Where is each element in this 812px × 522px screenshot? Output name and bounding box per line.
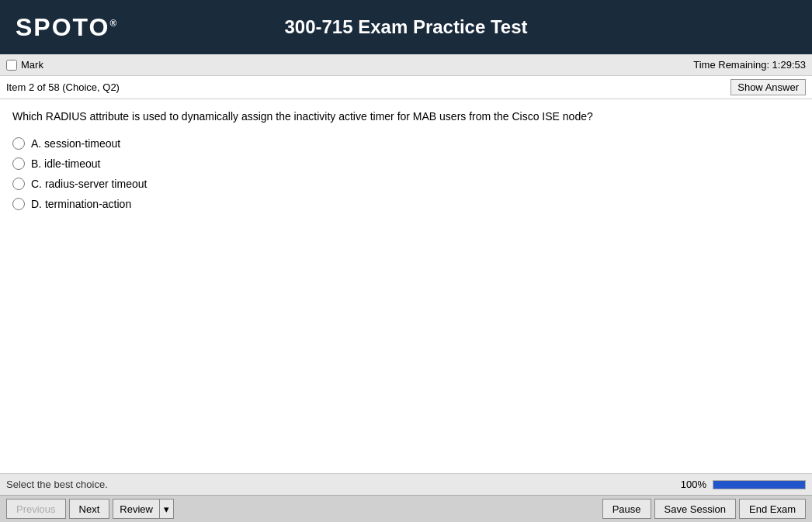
exam-title: 300-715 Exam Practice Test — [284, 16, 527, 38]
header: SPOTO® 300-715 Exam Practice Test — [0, 0, 812, 54]
option-c[interactable]: C. radius-server timeout — [12, 178, 800, 190]
main-content: Which RADIUS attribute is used to dynami… — [0, 99, 812, 473]
option-d-label[interactable]: D. termination-action — [31, 198, 131, 210]
option-b[interactable]: B. idle-timeout — [12, 157, 800, 170]
right-buttons: Pause Save Session End Exam — [602, 499, 806, 519]
end-exam-button[interactable]: End Exam — [739, 499, 806, 519]
logo: SPOTO® — [16, 13, 118, 42]
previous-button[interactable]: Previous — [6, 499, 66, 519]
item-info: Item 2 of 58 (Choice, Q2) — [6, 81, 120, 93]
progress-bar-fill — [713, 481, 805, 489]
option-a[interactable]: A. session-timeout — [12, 137, 800, 150]
mark-label[interactable]: Mark — [6, 59, 43, 71]
timer: Time Remaining: 1:29:53 — [693, 59, 806, 71]
bottom-nav: Previous Next Review ▾ Pause Save Sessio… — [0, 495, 812, 522]
option-a-label[interactable]: A. session-timeout — [31, 137, 120, 150]
show-answer-button[interactable]: Show Answer — [730, 79, 806, 95]
mark-checkbox[interactable] — [6, 60, 17, 71]
item-bar: Item 2 of 58 (Choice, Q2) Show Answer — [0, 76, 812, 99]
progress-bar-container — [713, 480, 806, 489]
status-bar: Select the best choice. 100% — [0, 473, 812, 495]
select-hint: Select the best choice. — [6, 479, 108, 490]
question-text: Which RADIUS attribute is used to dynami… — [12, 109, 800, 125]
radio-b[interactable] — [12, 157, 25, 170]
review-container: Review ▾ — [113, 499, 174, 519]
radio-a[interactable] — [12, 137, 25, 150]
progress-percentage: 100% — [681, 479, 706, 490]
option-d[interactable]: D. termination-action — [12, 198, 800, 210]
option-c-label[interactable]: C. radius-server timeout — [31, 178, 147, 190]
review-button[interactable]: Review — [113, 499, 159, 519]
radio-d[interactable] — [12, 198, 25, 210]
radio-c[interactable] — [12, 178, 25, 190]
pause-button[interactable]: Pause — [602, 499, 651, 519]
next-button[interactable]: Next — [69, 499, 110, 519]
mark-bar: Mark Time Remaining: 1:29:53 — [0, 54, 812, 76]
option-b-label[interactable]: B. idle-timeout — [31, 157, 100, 170]
save-session-button[interactable]: Save Session — [654, 499, 737, 519]
progress-area: 100% — [681, 479, 806, 490]
review-dropdown-button[interactable]: ▾ — [159, 499, 174, 519]
mark-text[interactable]: Mark — [21, 59, 43, 71]
